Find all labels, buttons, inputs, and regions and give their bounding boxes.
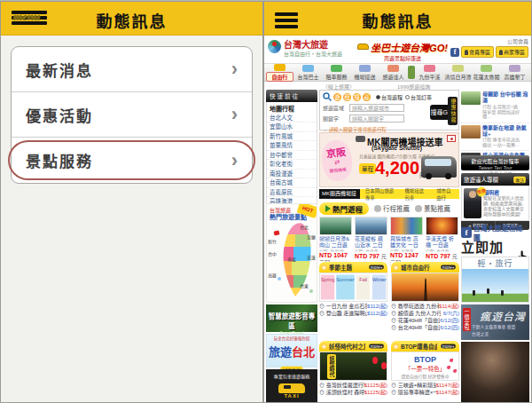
nav-tab-travel-expert[interactable]: 旅遊達人 xyxy=(379,65,407,81)
right-header: 動態訊息 xyxy=(264,2,531,36)
section-link[interactable]: ⊙ 溪頭妖怪村 森呼吸 一日遊$1125(起) xyxy=(319,389,387,396)
tab-itinerary[interactable]: 行程推薦 xyxy=(374,203,410,213)
four-seasons-image[interactable]: Spring Summer Fall Winter xyxy=(319,273,387,302)
product-desc: 行程: 高雄車站出發~ xyxy=(390,249,417,252)
sidebar-item[interactable]: 南投漫遊 xyxy=(267,170,317,178)
taxi-tour-banner[interactable]: 專業包車旅遊服務 TAXI xyxy=(266,369,317,402)
sidebar-item[interactable]: 苗栗風情 xyxy=(267,141,317,150)
product-price: NTD 1247 xyxy=(390,252,419,258)
section-link[interactable]: ⊙ 一日九份 金瓜石風情 夜市遊$112(起) xyxy=(319,303,387,310)
deals-flash-ribbon[interactable]: 優惠快報 xyxy=(448,97,458,125)
tour-search-box: 遊 程 搜 尋 台灣遊程 台灣訂車 旅遊區域 請輸入旅遊城市 關鍵字 請輸入關鍵… xyxy=(319,90,459,130)
strip-link[interactable]: 日本岡山旅遊專車 xyxy=(362,186,398,201)
section-link[interactable]: ⊙ 超值遊 九份人力行程車6/7(六) xyxy=(391,310,459,317)
sidebar-item[interactable]: 台南古城 xyxy=(267,178,317,187)
more-button[interactable]: more+ xyxy=(441,344,456,349)
nav-tab-hualien[interactable]: 花蓮太魯閣 xyxy=(473,65,500,81)
bus-icon xyxy=(302,65,314,72)
taiwan-hotspot-map[interactable]: 台灣旅遊 熱門旅遊景點 HOT xyxy=(266,203,317,303)
sidebar-item[interactable]: 新竹風城 xyxy=(267,132,317,141)
section-title: BTOP環島自由行精選 xyxy=(401,342,437,351)
strip-tab-active[interactable]: MK關西機場接送車 xyxy=(319,189,360,199)
nav-tab-airport-shuttle[interactable]: 機場接送 xyxy=(351,65,379,81)
flower-petal-icon xyxy=(450,359,453,362)
nav-tab-cingjing[interactable]: 清境日月潭 xyxy=(444,65,472,81)
season-panel: Spring xyxy=(321,275,335,300)
news-item[interactable]: 母親節 台中谷關 泡湯行程:五月限定~媽咪享受 期間加送好禮... xyxy=(461,90,529,123)
sun-icon xyxy=(393,344,399,350)
news-item[interactable]: 樂享新在地遊 熱氣球+行程:專車市區送高鐵站 一站一風景... xyxy=(461,123,529,151)
radio-taiwan-car[interactable]: 台灣訂車 xyxy=(405,93,432,101)
strip-link[interactable]: 機場接送包車 xyxy=(402,186,430,201)
promo-banner[interactable]: 坐巴士遊台灣GO! 周遊景點好康送 xyxy=(353,38,452,62)
sidebar-item[interactable]: 台北人文 xyxy=(267,114,317,122)
more-button[interactable]: more+ xyxy=(441,265,456,270)
yokai-village-image[interactable]: 妖怪時代村 xyxy=(319,352,387,381)
product-desc: 行程: 台北車站出發~ xyxy=(355,249,381,252)
website-content: 台灣大旅遊 台灣自由行・台灣大旅遊 坐巴士遊台灣GO! 周遊景點好康送 公司會員… xyxy=(264,36,531,402)
strip-link[interactable]: 城市自由行 xyxy=(433,186,458,201)
member-zone-button[interactable]: 會員專區 xyxy=(461,46,494,58)
section-link[interactable]: ⊙ 教學玩透透 九份老街×野柳$114(起) xyxy=(391,303,459,310)
link-price: $1147(起) xyxy=(436,389,459,396)
section-title: 城市自由行 xyxy=(401,263,437,272)
sidebar-item[interactable]: 宜蘭山水 xyxy=(267,122,317,131)
sidebar-item[interactable]: 台中都會 xyxy=(267,151,317,160)
tab-attractions[interactable]: 景點推薦 xyxy=(415,203,450,213)
section-yokai-village: 妖怪時代村之旅more+ 妖怪時代村 ⊙ 臺灣妖怪嚴選行程 秒殺中$1125(起… xyxy=(319,341,387,397)
section-link[interactable]: ⊙ 台北40HR「自由選」包車遊6/12(四) xyxy=(391,324,459,331)
nav-tab-free-travel[interactable]: 自由行 xyxy=(266,64,293,82)
product-card[interactable]: 花東縱谷 親山近水 二日遊 行程: 台北車站出發~ NTD 797 元起 xyxy=(355,217,387,259)
more-button[interactable]: more+ xyxy=(369,265,384,270)
btop-promo-image[interactable]: BTOP 「一票一特色」 環島自由行程 好評發售中 xyxy=(391,352,459,381)
person-icon xyxy=(465,50,468,55)
menu-item-attraction-services[interactable]: 景點服務 › xyxy=(12,138,252,183)
keyword-input[interactable]: 請輸入關鍵字 xyxy=(349,115,404,122)
plane-icon xyxy=(359,65,371,72)
link-text: ⊙ 一日九份 金瓜石風情 夜市遊 xyxy=(319,303,367,310)
nav-tab-kenting[interactable]: 高雄墾丁 xyxy=(501,65,528,81)
portrait-photo-banner[interactable] xyxy=(461,342,529,402)
product-card[interactable]: 平溪天燈 祈福 一日遊 行程: 台北車站出發~ NTD 797 元起 xyxy=(426,217,458,259)
tab-hot-tours[interactable]: 熱門遊程 xyxy=(319,202,369,215)
smart-travel-video-banner[interactable]: 智慧旅遊影音專區 Smart Travel xyxy=(266,304,317,332)
nav-label: 九份平溪 xyxy=(416,73,443,81)
nav-tab-taiwan-bus[interactable]: 台灣巴士 xyxy=(294,65,322,81)
travel-taipei-banner[interactable]: 玩全台北好康報你知 旅遊台北 好康在這 xyxy=(266,334,317,367)
menu-item-promotions[interactable]: 優惠活動 › xyxy=(12,92,252,138)
product-card[interactable]: 真情城市 高雄文化 一日遊 行程: 高雄車站出發~ NTD 1247 元起 xyxy=(390,217,423,259)
taxi-icon xyxy=(278,383,305,393)
facebook-icon[interactable]: f xyxy=(450,48,459,57)
nav-tab-car-rental[interactable]: 租車服務 xyxy=(323,65,350,81)
sheep-icon xyxy=(452,65,464,72)
corp-member-link[interactable]: 公司會員 xyxy=(450,37,528,45)
search-logo-chip: 程 xyxy=(343,93,351,101)
taiwan-taxi-tour-banner[interactable]: 歡迎光臨台灣計程車 Taiwan Taxi Tour xyxy=(461,155,529,170)
section-link[interactable]: ⊙ 花蓮40HR「自由選」包車遊6/12(四) xyxy=(391,317,459,324)
sidebar-item[interactable]: 彰化老街 xyxy=(267,160,317,169)
product-card[interactable]: 戀戀日月潭&向山 二日遊 行程: 台北/台中出發~ NTD 1047 元起 xyxy=(319,217,352,259)
mk-kansai-shuttle-banner[interactable]: 京阪 ⇄ 關西機場 MK關西機場接送車 (Skygate Shuttle) 共乘… xyxy=(319,132,459,187)
section-link[interactable]: ⊙ 三峽遊×精彩環島趣~口$1147(起) xyxy=(391,382,459,389)
taipei101-sunset-image[interactable] xyxy=(391,273,459,302)
sidebar-item[interactable]: 嘉義原民 xyxy=(267,188,317,197)
taipei101-tower xyxy=(422,278,430,301)
section-link[interactable]: ⊙ 臺灣妖怪嚴選行程 秒殺中$1125(起) xyxy=(319,382,387,389)
formosa-tour-banner[interactable]: 一價全包 瘋遊台灣 千餘人文風景專車 感受台灣之美 xyxy=(461,304,529,340)
section-link[interactable]: ⊙ 環島專車精選×一日遊$1147(起) xyxy=(391,389,459,396)
region-input[interactable]: 請輸入旅遊城市 xyxy=(349,104,404,112)
banner-title: 智慧旅遊影音專區 xyxy=(266,311,317,330)
merchant-zone-button[interactable]: 商家專區 xyxy=(496,46,528,58)
menu-item-latest-news[interactable]: 最新消息 › xyxy=(12,47,252,92)
banner-title: 瘋遊台灣 xyxy=(480,308,526,324)
more-button[interactable]: more+ xyxy=(369,344,384,349)
radio-taiwan-tour[interactable]: 台灣遊程 xyxy=(376,93,403,101)
section-link[interactable]: ⊙ 登山趣 走進陽明山 擁抱自然$112(起) xyxy=(319,310,387,317)
left-header: menu 動態訊息 xyxy=(1,2,262,36)
nav-label: 機場接送 xyxy=(351,73,379,81)
product-title: 真情城市 高雄文化 一日遊 xyxy=(390,236,423,248)
season-panel: Summer xyxy=(337,275,355,300)
site-logo[interactable]: 台灣大旅遊 台灣自由行・台灣大旅遊 xyxy=(268,40,342,58)
nav-tab-jiufen[interactable]: 九份平溪 xyxy=(416,65,443,81)
light-travel-banner[interactable]: 輕・旅行 xyxy=(461,257,529,303)
